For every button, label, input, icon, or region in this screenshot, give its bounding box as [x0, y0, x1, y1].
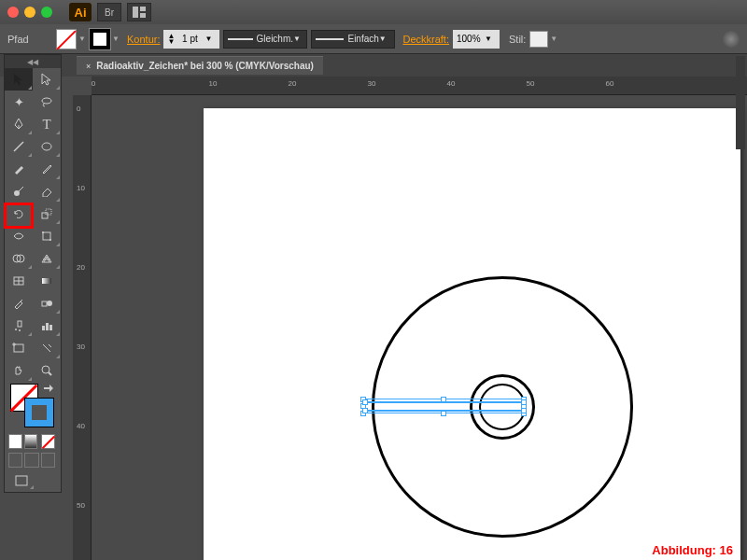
shape-builder-tool[interactable]: [5, 247, 33, 270]
brush-label: Einfach: [347, 34, 378, 44]
close-tab-icon[interactable]: ×: [86, 62, 91, 71]
svg-rect-17: [42, 278, 51, 284]
canvas-area[interactable]: Abbildung: 16: [92, 95, 747, 560]
draw-normal-button[interactable]: [8, 453, 22, 468]
swap-fill-stroke-icon[interactable]: [42, 384, 55, 397]
pen-tool[interactable]: [5, 113, 33, 135]
bridge-button[interactable]: Br: [97, 3, 121, 21]
pencil-tool[interactable]: [33, 158, 61, 180]
path-anchor[interactable]: [362, 399, 368, 405]
none-mode-button[interactable]: [41, 434, 55, 449]
chevron-down-icon: ▼: [293, 35, 303, 43]
selection-handle[interactable]: [441, 397, 446, 402]
grid-icon: [133, 7, 146, 18]
document-tab[interactable]: × Radioaktiv_Zeichen* bei 300 % (CMYK/Vo…: [77, 56, 323, 75]
artboard: Abbildung: 16: [204, 108, 740, 560]
direct-selection-tool[interactable]: [33, 68, 61, 91]
selection-type-label: Pfad: [7, 34, 45, 45]
stroke-label-link[interactable]: Kontur:: [127, 34, 160, 45]
hand-tool[interactable]: [5, 359, 33, 382]
stroke-weight-value: 1 pt: [182, 34, 198, 44]
zoom-tool[interactable]: [33, 359, 61, 382]
selection-tool[interactable]: [5, 68, 33, 91]
vertical-ruler[interactable]: 0 10 20 30 40 50: [73, 95, 92, 560]
selection-handle[interactable]: [441, 411, 446, 416]
zoom-window-button[interactable]: [41, 7, 52, 18]
recolor-artwork-button[interactable]: [723, 31, 740, 48]
paintbrush-tool[interactable]: [5, 158, 33, 180]
eyedropper-tool[interactable]: [5, 292, 33, 315]
horizontal-ruler[interactable]: 0 10 20 30 40 50 60: [92, 77, 747, 95]
svg-point-3: [42, 98, 51, 104]
rotate-tool[interactable]: [5, 203, 33, 225]
svg-rect-26: [14, 344, 23, 352]
svg-rect-23: [42, 326, 45, 330]
blend-tool[interactable]: [33, 292, 61, 315]
path-anchor[interactable]: [521, 399, 527, 405]
opacity-input[interactable]: 100%▼: [453, 30, 500, 49]
opacity-label-link[interactable]: Deckkraft:: [402, 34, 449, 45]
variable-width-profile[interactable]: Gleichm.▼: [223, 30, 307, 49]
svg-rect-25: [49, 325, 52, 330]
svg-point-11: [49, 239, 51, 241]
svg-rect-0: [133, 7, 138, 18]
color-mode-row: [5, 432, 61, 451]
scale-tool[interactable]: [33, 203, 61, 225]
svg-rect-2: [140, 13, 146, 18]
symbol-sprayer-tool[interactable]: [5, 315, 33, 337]
type-tool[interactable]: T: [33, 113, 61, 135]
document-tab-label: Radioaktiv_Zeichen* bei 300 % (CMYK/Vors…: [96, 61, 314, 71]
draw-inside-button[interactable]: [41, 453, 55, 468]
width-tool[interactable]: [5, 225, 33, 247]
svg-rect-24: [46, 323, 49, 330]
svg-point-19: [47, 301, 52, 306]
graphic-style-swatch[interactable]: [529, 31, 548, 48]
svg-rect-18: [42, 301, 47, 306]
fill-swatch[interactable]: [56, 29, 77, 49]
svg-point-29: [42, 366, 49, 373]
blob-brush-tool[interactable]: [5, 180, 33, 203]
chevron-down-icon[interactable]: ▼: [204, 35, 216, 43]
arrange-docs-button[interactable]: [127, 3, 151, 21]
svg-line-4: [14, 142, 23, 151]
line-segment-tool[interactable]: [5, 135, 33, 158]
slice-tool[interactable]: [33, 337, 61, 359]
chevron-down-icon[interactable]: ▼: [550, 35, 561, 43]
svg-rect-8: [46, 209, 51, 215]
stroke-dropdown-icon[interactable]: ▼: [112, 35, 121, 43]
draw-behind-button[interactable]: [24, 453, 38, 468]
panel-dock-collapse[interactable]: [736, 56, 745, 149]
stroke-weight-input[interactable]: ▲▼ 1 pt ▼: [163, 30, 219, 49]
document-tab-row: × Radioaktiv_Zeichen* bei 300 % (CMYK/Vo…: [0, 54, 747, 77]
minimize-window-button[interactable]: [24, 7, 35, 18]
stroke-swatch[interactable]: [90, 29, 110, 49]
free-transform-tool[interactable]: [33, 225, 61, 247]
color-mode-button[interactable]: [8, 434, 22, 449]
app-logo: Ai: [69, 3, 92, 21]
column-graph-tool[interactable]: [33, 315, 61, 337]
gradient-tool[interactable]: [33, 270, 61, 292]
ellipse-tool[interactable]: [33, 135, 61, 158]
lasso-tool[interactable]: [33, 91, 61, 113]
fill-dropdown-icon[interactable]: ▼: [78, 35, 88, 43]
tool-panel: ◀◀ ✦ T: [4, 54, 62, 493]
eraser-tool[interactable]: [33, 180, 61, 203]
control-bar: Pfad ▼ ▼ Kontur: ▲▼ 1 pt ▼ Gleichm.▼ Ein…: [0, 24, 747, 54]
screen-mode-button[interactable]: [8, 471, 35, 490]
mesh-tool[interactable]: [5, 270, 33, 292]
magic-wand-tool[interactable]: ✦: [5, 91, 33, 113]
svg-line-30: [49, 372, 51, 375]
fill-stroke-control[interactable]: [5, 382, 61, 432]
panel-grip[interactable]: ◀◀: [5, 55, 61, 68]
path-anchor[interactable]: [362, 408, 368, 413]
svg-rect-20: [18, 321, 21, 327]
gradient-mode-button[interactable]: [24, 434, 38, 449]
artboard-tool[interactable]: [5, 337, 33, 359]
brush-definition[interactable]: Einfach▼: [311, 30, 395, 49]
close-window-button[interactable]: [7, 7, 19, 18]
workspace: 0 10 20 30 40 50 60 0 10 20 30 40 50: [73, 77, 747, 560]
stroke-box[interactable]: [25, 399, 53, 427]
path-anchor[interactable]: [521, 408, 527, 413]
perspective-grid-tool[interactable]: [33, 247, 61, 270]
svg-rect-7: [42, 213, 48, 218]
